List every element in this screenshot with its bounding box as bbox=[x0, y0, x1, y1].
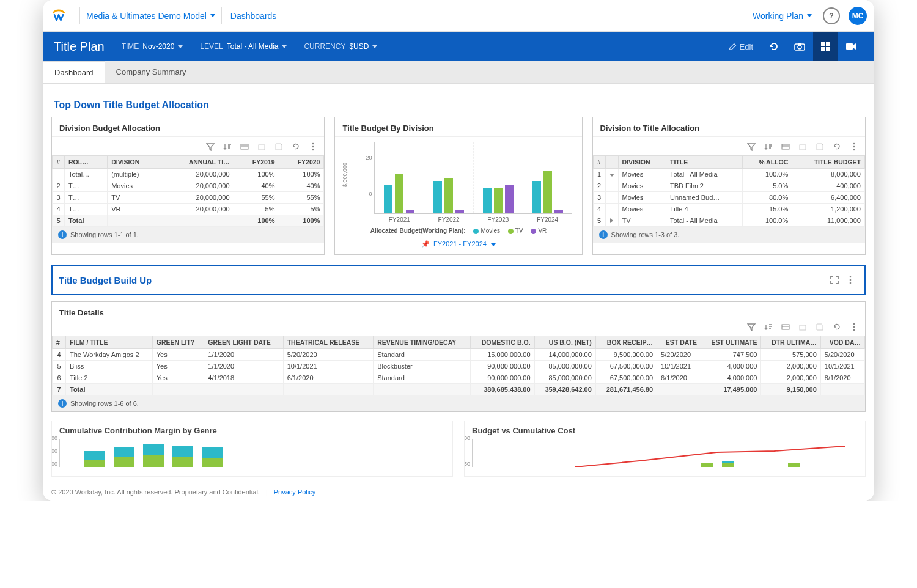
svg-point-11 bbox=[312, 146, 314, 148]
columns-icon[interactable] bbox=[238, 141, 251, 153]
table-row[interactable]: 2T…Movies20,000,00040%40% bbox=[53, 180, 324, 192]
table-row[interactable]: 4MoviesTitle 415.0%1,200,000 bbox=[593, 204, 864, 215]
sort-icon[interactable] bbox=[762, 321, 775, 333]
tab-company-summary[interactable]: Company Summary bbox=[105, 61, 197, 83]
export-icon bbox=[256, 141, 268, 153]
model-name: Media & Ultimates Demo Model bbox=[86, 11, 207, 21]
help-button[interactable]: ? bbox=[823, 7, 840, 24]
chart-bar bbox=[444, 178, 453, 214]
grid-view-button[interactable] bbox=[813, 32, 838, 61]
svg-rect-3 bbox=[821, 42, 825, 46]
chart-bar bbox=[505, 185, 514, 213]
card-toolbar bbox=[52, 137, 324, 155]
columns-icon[interactable] bbox=[779, 141, 792, 153]
refresh-icon[interactable] bbox=[290, 141, 302, 153]
sort-icon[interactable] bbox=[762, 141, 775, 153]
snapshot-button[interactable] bbox=[787, 32, 812, 61]
svg-rect-2 bbox=[798, 43, 801, 45]
chart-range-selector[interactable]: 📌FY2021 - FY2024 bbox=[335, 238, 581, 254]
svg-rect-5 bbox=[821, 47, 825, 51]
table-row[interactable]: 4T…VR20,000,0005%5% bbox=[53, 204, 324, 215]
info-icon: i bbox=[599, 230, 608, 239]
chart-bar bbox=[406, 210, 414, 213]
card-budget-vs-cost: Budget vs Cumulative Cost 10050 bbox=[464, 421, 866, 477]
table-row[interactable]: 5BlissYes1/1/202010/1/2021Blockbuster90,… bbox=[53, 361, 865, 372]
chevron-down-icon bbox=[807, 14, 812, 17]
workday-logo-icon bbox=[50, 7, 67, 24]
svg-point-18 bbox=[850, 276, 852, 278]
card-title-details: Title Details #FILM / TITLEGREEN LIT?GRE… bbox=[51, 301, 866, 412]
svg-point-23 bbox=[853, 323, 855, 325]
edit-button[interactable]: Edit bbox=[721, 32, 760, 61]
svg-rect-13 bbox=[782, 144, 789, 149]
info-icon: i bbox=[58, 399, 67, 408]
card-toolbar bbox=[593, 137, 865, 155]
chart-bar bbox=[433, 181, 442, 213]
table-row[interactable]: 3MoviesUnnamed Bud…80.0%6,400,000 bbox=[593, 192, 864, 204]
table-row[interactable]: 5Total100%100% bbox=[53, 215, 324, 227]
model-selector[interactable]: Media & Ultimates Demo Model bbox=[86, 11, 215, 21]
chart-category-label: FY2022 bbox=[424, 216, 473, 223]
svg-rect-4 bbox=[826, 42, 830, 46]
table-row[interactable]: 4The Workday Amigos 2Yes1/1/20205/20/202… bbox=[53, 349, 865, 361]
card-footer: iShowing rows 1-1 of 1. bbox=[52, 227, 324, 243]
table-row[interactable]: Total…(multiple)20,000,000100%100% bbox=[53, 169, 324, 180]
time-selector[interactable]: TIME Nov-2020 bbox=[122, 42, 183, 51]
division-budget-grid[interactable]: # ROL… DIVISION ANNUAL TI… FY2019 FY2020… bbox=[52, 155, 324, 227]
user-avatar[interactable]: MC bbox=[849, 7, 867, 25]
card-title: Cumulative Contribution Margin by Genre bbox=[59, 426, 445, 435]
table-row[interactable]: 1MoviesTotal - All Media100.0%8,000,000 bbox=[593, 169, 864, 180]
save-icon bbox=[814, 321, 826, 333]
svg-point-24 bbox=[853, 326, 855, 328]
chart-bar bbox=[494, 188, 503, 213]
card-title: Budget vs Cumulative Cost bbox=[472, 426, 858, 435]
copyright: © 2020 Workday, Inc. All rights reserved… bbox=[51, 488, 260, 496]
export-icon bbox=[797, 321, 809, 333]
div-title-grid[interactable]: # DIVISION TITLE % ALLOC TITLE BUDGET 1M… bbox=[593, 155, 865, 227]
tab-dashboard[interactable]: Dashboard bbox=[43, 61, 105, 83]
svg-point-19 bbox=[850, 279, 852, 281]
privacy-link[interactable]: Privacy Policy bbox=[274, 488, 315, 496]
sort-icon[interactable] bbox=[221, 141, 234, 153]
refresh-icon[interactable] bbox=[831, 321, 843, 333]
title-details-grid[interactable]: #FILM / TITLEGREEN LIT?GREEN LIGHT DATET… bbox=[52, 336, 865, 395]
chart-bar bbox=[395, 174, 403, 213]
refresh-button[interactable] bbox=[762, 32, 786, 61]
more-icon[interactable] bbox=[307, 141, 319, 153]
columns-icon[interactable] bbox=[779, 321, 792, 333]
video-button[interactable] bbox=[839, 32, 863, 61]
more-icon[interactable] bbox=[848, 141, 860, 153]
filter-icon[interactable] bbox=[745, 141, 757, 153]
chart-bar bbox=[483, 188, 492, 213]
chart-bar bbox=[532, 181, 541, 213]
filter-icon[interactable] bbox=[204, 141, 216, 153]
breadcrumb-link[interactable]: Dashboards bbox=[230, 11, 277, 21]
svg-rect-9 bbox=[259, 145, 265, 150]
table-row[interactable]: 6Title 2Yes4/1/20186/1/2020Standard90,00… bbox=[53, 372, 865, 384]
table-row[interactable]: 5TVTotal - All Media100.0%11,000,000 bbox=[593, 215, 864, 227]
svg-rect-7 bbox=[846, 43, 853, 50]
info-icon: i bbox=[58, 230, 67, 239]
currency-selector[interactable]: CURRENCY $USD bbox=[304, 42, 377, 51]
line-chart: 10050 bbox=[472, 439, 858, 467]
card-title-budget-chart: Title Budget By Division $,000,000 200 F… bbox=[334, 117, 582, 255]
filter-icon[interactable] bbox=[745, 321, 757, 333]
level-selector[interactable]: LEVEL Total - All Media bbox=[200, 42, 287, 51]
svg-point-12 bbox=[312, 149, 314, 151]
svg-point-15 bbox=[853, 143, 855, 145]
page-footer: © 2020 Workday, Inc. All rights reserved… bbox=[43, 483, 874, 501]
tab-bar: Dashboard Company Summary bbox=[43, 61, 874, 84]
table-row[interactable]: 3T…TV20,000,00055%55% bbox=[53, 192, 324, 204]
chart-group: FY2022 bbox=[424, 142, 474, 213]
page-title: Title Plan bbox=[54, 40, 105, 54]
card-title: Division to Title Allocation bbox=[593, 117, 865, 137]
plan-selector[interactable]: Working Plan bbox=[753, 11, 812, 21]
more-icon[interactable] bbox=[848, 321, 860, 333]
chart-bar bbox=[543, 171, 552, 213]
table-row[interactable]: 7Total380,685,438.00359,428,642.00281,67… bbox=[53, 384, 865, 395]
more-icon[interactable] bbox=[842, 272, 858, 288]
expand-icon[interactable] bbox=[827, 272, 842, 288]
table-row[interactable]: 2MoviesTBD Film 25.0%400,000 bbox=[593, 180, 864, 192]
chart-group: FY2021 bbox=[375, 142, 424, 213]
refresh-icon[interactable] bbox=[831, 141, 843, 153]
